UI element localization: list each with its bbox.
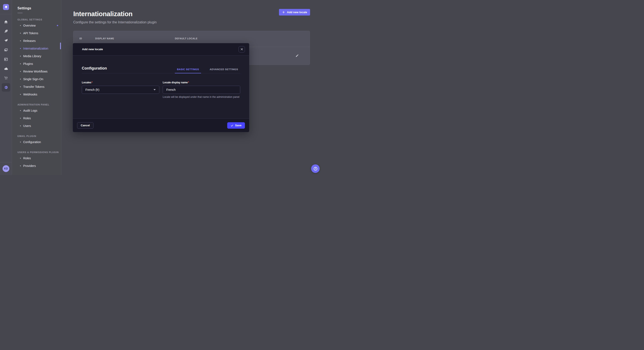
sidebar-item-media-library[interactable]: Media Library: [18, 52, 61, 60]
bullet-icon: [20, 56, 21, 57]
modal-close-button[interactable]: [238, 46, 245, 52]
locales-label: Locales*: [82, 81, 92, 84]
rail-divider: [0, 14, 12, 14]
rail-cloud-button[interactable]: [2, 64, 10, 73]
sidebar-item-up-roles[interactable]: Roles: [18, 154, 61, 162]
section-administration-panel: ADMINISTRATION PANEL Audit Logs Roles Us…: [18, 103, 61, 130]
section-email-plugin: EMAIL PLUGIN Configuration: [18, 135, 61, 146]
sidebar-item-label: Providers: [23, 164, 36, 168]
sidebar-item-up-providers[interactable]: Providers: [18, 162, 61, 170]
settings-sidebar: Settings GLOBAL SETTINGS Overview API To…: [12, 0, 61, 175]
sidebar-item-label: Single Sign-On: [23, 77, 43, 81]
question-mark-icon: ?: [314, 167, 317, 171]
sidebar-item-review-workflows[interactable]: Review Workflows: [18, 68, 61, 75]
sidebar-item-label: Overview: [23, 24, 36, 27]
sidebar-item-webhooks[interactable]: Webhooks: [18, 91, 61, 98]
pictures-icon: [4, 48, 8, 52]
avatar-initials: KD: [4, 167, 8, 170]
sidebar-item-plugins[interactable]: Plugins: [18, 60, 61, 68]
modal-footer: Cancel Save: [73, 118, 249, 132]
bullet-icon: [20, 94, 21, 95]
cloud-icon: [4, 67, 8, 71]
bullet-icon: [20, 118, 21, 119]
bullet-icon: [20, 33, 21, 34]
bullet-icon: [20, 71, 21, 72]
sidebar-item-email-configuration[interactable]: Configuration: [18, 138, 61, 146]
sidebar-item-label: Webhooks: [23, 93, 37, 96]
modal-header: Add new locale: [73, 43, 249, 55]
layout-icon: [4, 57, 8, 61]
sidebar-item-admin-roles[interactable]: Roles: [18, 114, 61, 122]
page-subtitle: Configure the settings for the Internati…: [73, 20, 310, 24]
chevron-down-icon: [154, 89, 156, 90]
bullet-icon: [20, 48, 21, 49]
section-header: USERS & PERMISSIONS PLUGIN: [18, 151, 61, 154]
rail-content-builder-button[interactable]: [2, 27, 10, 35]
sidebar-item-label: Internationalization: [23, 47, 48, 50]
sidebar-item-releases[interactable]: Releases: [18, 37, 61, 45]
bullet-icon: [20, 86, 21, 87]
required-asterisk: *: [188, 81, 189, 84]
display-name-label: Locale display name*: [163, 81, 189, 84]
sidebar-item-label: Review Workflows: [23, 70, 48, 73]
sidebar-item-label: Plugins: [23, 62, 33, 65]
modal-title: Add new locale: [82, 48, 103, 51]
sidebar-item-label: Media Library: [23, 54, 41, 58]
display-name-hint: Locale will be displayed under that name…: [163, 95, 240, 99]
bullet-icon: [20, 110, 21, 111]
display-name-field: Locale display name* Locale will be disp…: [163, 80, 240, 99]
home-icon: [4, 20, 8, 24]
sidebar-title: Settings: [18, 6, 61, 10]
sidebar-item-label: Audit Logs: [23, 109, 37, 112]
save-label: Save: [235, 124, 242, 127]
cancel-button[interactable]: Cancel: [77, 122, 94, 129]
bullet-icon: [20, 166, 21, 166]
display-name-input[interactable]: [166, 86, 236, 94]
sidebar-item-api-tokens[interactable]: API Tokens: [18, 29, 61, 37]
page-title: Internationalization: [73, 10, 310, 18]
sidebar-scrollbar-thumb[interactable]: [60, 42, 61, 49]
help-button[interactable]: ?: [311, 164, 320, 173]
save-button[interactable]: Save: [227, 122, 245, 129]
bullet-icon: [20, 126, 21, 126]
pencil-icon: [295, 54, 299, 58]
rail-bottom-divider: [0, 162, 12, 163]
sidebar-item-label: Roles: [23, 157, 31, 160]
close-icon: [241, 48, 243, 50]
locales-select-value: French (fr): [86, 88, 99, 91]
plus-icon: [282, 11, 285, 14]
sidebar-item-transfer-tokens[interactable]: Transfer Tokens: [18, 83, 61, 91]
rail-marketplace-button[interactable]: [2, 74, 10, 82]
rail-deploy-button[interactable]: [2, 36, 10, 45]
rail-settings-button[interactable]: [2, 83, 10, 92]
sidebar-item-internationalization[interactable]: Internationalization: [18, 45, 61, 52]
strapi-logo[interactable]: [3, 4, 9, 10]
required-asterisk: *: [92, 81, 93, 84]
check-icon: [231, 124, 234, 127]
tab-basic-settings[interactable]: BASIC SETTINGS: [175, 68, 201, 73]
display-name-input-wrapper: [163, 86, 240, 94]
add-new-locale-button[interactable]: Add new locale: [279, 9, 310, 15]
icon-rail: KD: [0, 0, 12, 175]
edit-locale-button[interactable]: [294, 53, 300, 58]
user-avatar[interactable]: KD: [2, 165, 9, 172]
gear-icon: [4, 85, 8, 90]
sidebar-item-single-sign-on[interactable]: Single Sign-On: [18, 75, 61, 83]
tab-advanced-settings[interactable]: ADVANCED SETTINGS: [208, 68, 240, 73]
sidebar-item-label: API Tokens: [23, 31, 38, 35]
rail-home-button[interactable]: [2, 18, 10, 26]
sidebar-item-overview[interactable]: Overview: [18, 22, 61, 29]
sidebar-item-admin-users[interactable]: Users: [18, 122, 61, 130]
rail-media-library-button[interactable]: [2, 46, 10, 54]
locales-select[interactable]: French (fr): [82, 86, 159, 94]
bullet-icon: [20, 158, 21, 159]
page-header: Internationalization Configure the setti…: [73, 10, 310, 24]
shopping-cart-icon: [4, 76, 8, 80]
sidebar-item-audit-logs[interactable]: Audit Logs: [18, 107, 61, 114]
sidebar-item-label: Configuration: [23, 140, 41, 144]
rail-layout-button[interactable]: [2, 55, 10, 64]
display-name-label-text: Locale display name: [163, 81, 188, 84]
add-locale-modal: Add new locale Configuration BASIC SETTI…: [73, 43, 249, 132]
configuration-header-row: Configuration BASIC SETTINGS ADVANCED SE…: [82, 55, 240, 73]
modal-body: Configuration BASIC SETTINGS ADVANCED SE…: [73, 55, 249, 118]
